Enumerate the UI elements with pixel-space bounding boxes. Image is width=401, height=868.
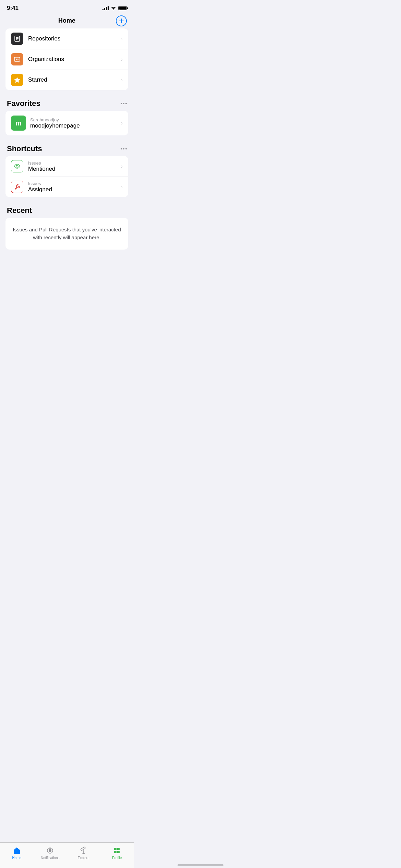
favorites-item-moodjoyhomepage[interactable]: m Sarahmoodjoy moodjoyhomepage › [5,111,128,135]
star-icon-svg [13,76,21,84]
page-title: Home [58,17,75,24]
issues-assigned-main: Assigned [28,186,121,193]
signal-bars-icon [102,6,109,10]
favorites-avatar: m [11,116,26,131]
dot6 [125,148,127,149]
recent-empty-card: Issues and Pull Requests that you've int… [5,218,128,250]
issues-mentioned-chevron: › [121,164,123,169]
dot4 [121,148,122,149]
dot1 [121,103,122,104]
shortcut-issues-assigned[interactable]: Issues Assigned › [5,177,128,197]
issues-mentioned-sub: Issues [28,160,121,166]
issues-mentioned-main: Mentioned [28,166,121,172]
shortcuts-group: Issues Mentioned › Issues Assigned › [5,156,128,197]
plus-icon [119,18,124,24]
favorites-title: Favorites [7,99,40,108]
favorites-more-button[interactable] [121,103,127,104]
avatar-svg: m [12,117,25,129]
repositories-icon [11,33,23,45]
svg-rect-8 [17,59,19,60]
repo-icon-svg [13,35,21,43]
favorites-section-header: Favorites [0,93,134,111]
organizations-chevron: › [121,57,123,62]
shortcut-issues-mentioned[interactable]: Issues Mentioned › [5,156,128,177]
svg-marker-9 [14,77,20,83]
repositories-chevron: › [121,36,123,41]
top-items-group: Repositories › Organizations › Starr [5,28,128,90]
issues-assigned-text: Issues Assigned [28,181,121,193]
status-icons [102,6,127,10]
wifi-icon [111,6,116,10]
organizations-icon [11,53,23,65]
scroll-content: Repositories › Organizations › Starr [0,28,134,280]
svg-rect-7 [16,59,17,60]
svg-text:m: m [15,119,22,127]
header: Home [0,14,134,28]
svg-rect-5 [16,39,17,40]
starred-chevron: › [121,77,123,83]
status-time: 9:41 [7,5,19,12]
svg-rect-3 [16,37,19,38]
svg-point-12 [16,165,18,167]
issues-assigned-sub: Issues [28,181,121,186]
dot2 [123,103,124,104]
org-icon-svg [13,56,21,63]
favorites-repo: moodjoyhomepage [30,122,121,129]
issues-assigned-icon [11,181,23,193]
recent-empty-text: Issues and Pull Requests that you've int… [12,226,121,241]
svg-rect-4 [16,38,19,39]
favorites-text: Sarahmoodjoy moodjoyhomepage [30,117,121,129]
shortcuts-title: Shortcuts [7,144,42,153]
organizations-label: Organizations [28,56,121,63]
shortcuts-section-header: Shortcuts [0,138,134,156]
tools-icon-svg [14,183,21,190]
issues-mentioned-text: Issues Mentioned [28,160,121,172]
svg-rect-6 [14,57,20,61]
recent-section-header: Recent [0,200,134,218]
dot3 [125,103,127,104]
eye-icon-svg [14,163,21,170]
starred-item[interactable]: Starred › [5,70,128,90]
starred-icon [11,74,23,86]
favorites-group: m Sarahmoodjoy moodjoyhomepage › [5,111,128,135]
favorites-username: Sarahmoodjoy [30,117,121,122]
battery-icon [118,6,127,10]
recent-title: Recent [7,206,32,215]
status-bar: 9:41 [0,0,134,14]
starred-label: Starred [28,76,121,83]
issues-assigned-chevron: › [121,184,123,190]
dot5 [123,148,124,149]
repositories-label: Repositories [28,35,121,42]
organizations-item[interactable]: Organizations › [5,49,128,70]
issues-mentioned-icon [11,160,23,172]
add-button[interactable] [116,15,127,26]
favorites-chevron: › [121,120,123,126]
repositories-item[interactable]: Repositories › [5,28,128,49]
shortcuts-more-button[interactable] [121,148,127,149]
